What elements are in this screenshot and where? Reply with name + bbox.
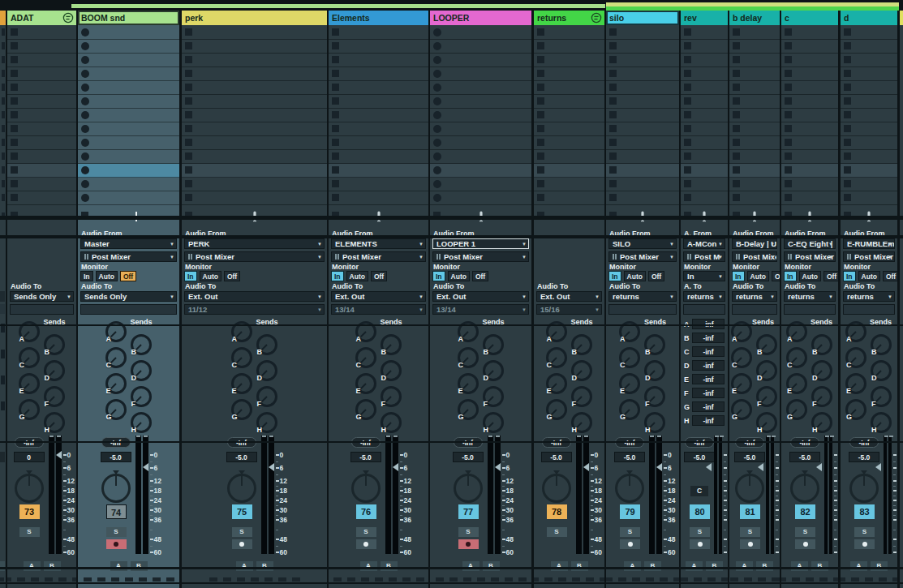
clip-slot[interactable] (534, 26, 604, 40)
clip-slot[interactable] (534, 122, 604, 136)
crossfade-a-button[interactable]: A (24, 561, 41, 571)
stop-slot-icon[interactable] (844, 97, 851, 105)
stop-slot-icon[interactable] (11, 111, 18, 118)
record-slot-icon[interactable] (81, 125, 89, 133)
clip-slot[interactable] (841, 81, 897, 95)
stop-slot-icon[interactable] (844, 56, 851, 63)
crossfade-a-button[interactable]: A (736, 561, 753, 571)
stop-slot-icon[interactable] (185, 28, 192, 36)
clip-slot[interactable] (430, 26, 531, 40)
clip-slot[interactable] (182, 81, 327, 95)
track-activator[interactable]: 78 (547, 504, 567, 519)
clip-slot[interactable] (329, 54, 428, 67)
arm-button[interactable] (106, 539, 127, 549)
crossfade-b-button[interactable]: B (44, 561, 61, 571)
clip-slot[interactable] (606, 164, 679, 178)
solo-button[interactable]: S (795, 527, 815, 537)
clip-slot[interactable] (729, 95, 780, 109)
clip-slot[interactable] (430, 81, 531, 95)
crossfade-b-button[interactable]: B (381, 561, 398, 571)
stop-slot-icon[interactable] (537, 125, 544, 132)
stop-slot-icon[interactable] (609, 139, 617, 146)
stop-slot-icon[interactable] (537, 111, 544, 118)
record-slot-icon[interactable] (81, 139, 89, 147)
track-header[interactable]: BOOM snd (78, 11, 179, 25)
fader-position-marker[interactable] (816, 463, 822, 471)
clip-slot[interactable] (841, 191, 897, 205)
crossfade-a-button[interactable]: A (360, 561, 377, 571)
stop-slot-icon[interactable] (609, 28, 617, 36)
send-value-box[interactable]: -inf (692, 360, 725, 371)
record-slot-icon[interactable] (81, 180, 89, 188)
output-channel-dropdown[interactable]: 13/14▼ (432, 304, 529, 315)
clip-slot[interactable] (841, 109, 897, 122)
clip-slot[interactable] (841, 164, 897, 178)
clip-slot[interactable] (841, 54, 897, 67)
stop-slot-icon[interactable] (609, 70, 617, 77)
clip-slot[interactable] (729, 81, 780, 95)
audio-to-dropdown[interactable]: returns▼ (608, 291, 677, 302)
solo-button[interactable]: S (740, 527, 760, 537)
record-slot-icon[interactable] (433, 111, 441, 119)
mixer-tap-dropdown[interactable]: Post Mixer▼ (432, 251, 529, 262)
send-value-box[interactable]: -inf (692, 333, 725, 343)
send-value-box[interactable]: -inf (692, 415, 725, 426)
record-slot-icon[interactable] (433, 84, 441, 92)
clip-slot[interactable] (7, 40, 76, 54)
stop-slot-icon[interactable] (844, 111, 851, 118)
clip-slot[interactable] (606, 40, 679, 54)
arm-button[interactable] (232, 539, 252, 549)
monitor-auto-button[interactable]: Auto (200, 271, 221, 281)
audio-to-dropdown[interactable]: Ext. Out▼ (331, 291, 426, 302)
group-icon[interactable] (62, 12, 74, 24)
clip-slot[interactable] (606, 150, 679, 164)
crossfade-b-button[interactable]: B (571, 561, 588, 571)
clip-slot[interactable] (430, 109, 531, 122)
stop-slot-icon[interactable] (537, 97, 544, 105)
output-channel-empty-box[interactable] (843, 304, 895, 315)
clip-slot[interactable] (606, 54, 679, 67)
clip-slot[interactable] (729, 40, 780, 54)
volume-value[interactable]: -5.0 (453, 452, 484, 462)
stop-slot-icon[interactable] (785, 125, 792, 132)
stop-slot-icon[interactable] (684, 139, 691, 146)
monitor-in-button[interactable]: In (432, 271, 445, 281)
output-channel-dropdown[interactable]: 13/14▼ (331, 304, 426, 315)
output-channel-empty-box[interactable] (683, 304, 725, 315)
audio-to-dropdown[interactable]: Ext. Out▼ (184, 291, 325, 302)
stop-slot-icon[interactable] (684, 56, 691, 63)
record-slot-icon[interactable] (433, 28, 441, 36)
stop-slot-icon[interactable] (332, 111, 339, 118)
clip-slot[interactable] (841, 40, 897, 54)
stop-slot-icon[interactable] (332, 180, 339, 187)
record-slot-icon[interactable] (433, 166, 441, 174)
audio-from-dropdown[interactable]: PERK▼ (184, 238, 325, 249)
clip-slot[interactable] (182, 136, 327, 150)
crossfade-b-button[interactable]: B (256, 561, 273, 571)
clip-slot[interactable] (329, 150, 428, 164)
clip-slot[interactable] (729, 122, 780, 136)
clip-slot[interactable] (781, 109, 838, 122)
clip-slot[interactable] (78, 109, 179, 122)
stop-slot-icon[interactable] (684, 152, 691, 160)
clip-slot[interactable] (182, 164, 327, 178)
track-activator[interactable]: 73 (19, 504, 40, 519)
clip-slot[interactable] (781, 81, 838, 95)
fader-position-marker[interactable] (56, 451, 62, 459)
clip-slot[interactable] (606, 136, 679, 150)
crossfade-b-button[interactable]: B (811, 561, 828, 571)
stop-slot-icon[interactable] (185, 139, 192, 146)
record-slot-icon[interactable] (81, 42, 89, 50)
stop-slot-icon[interactable] (537, 70, 544, 77)
audio-to-dropdown[interactable]: Ext. Out▼ (536, 291, 602, 302)
clip-slot[interactable] (681, 136, 728, 150)
crossfade-a-button[interactable]: A (462, 561, 479, 571)
stop-slot-icon[interactable] (785, 152, 792, 160)
fader-position-marker[interactable] (875, 463, 881, 471)
stop-slot-icon[interactable] (537, 194, 544, 201)
output-channel-dropdown[interactable]: 15/16▼ (536, 304, 602, 315)
clip-slot[interactable] (534, 164, 604, 178)
track-activator[interactable]: 74 (106, 504, 127, 519)
clip-slot[interactable] (7, 150, 76, 164)
clip-slot[interactable] (78, 40, 179, 54)
